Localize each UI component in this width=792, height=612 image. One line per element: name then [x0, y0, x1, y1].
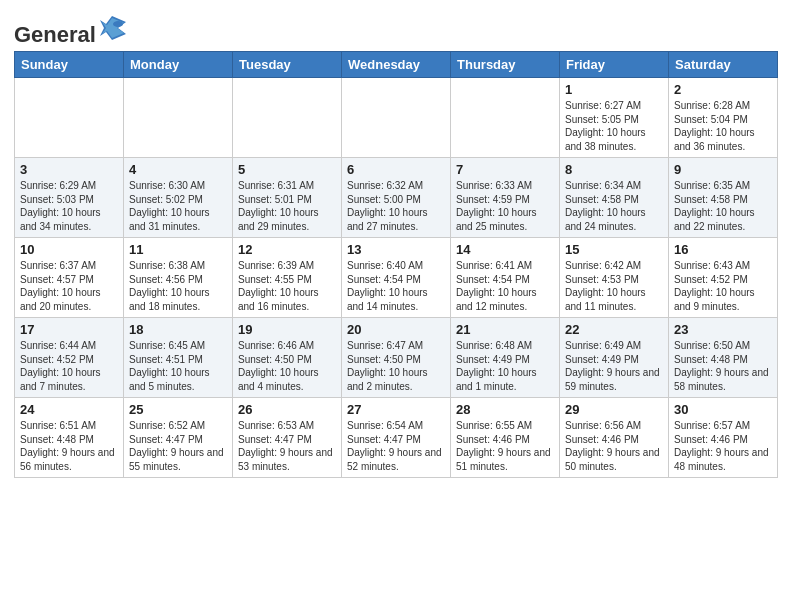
calendar-table: SundayMondayTuesdayWednesdayThursdayFrid… [14, 51, 778, 478]
calendar-empty-cell [233, 78, 342, 158]
day-info: Sunrise: 6:49 AM Sunset: 4:49 PM Dayligh… [565, 339, 663, 393]
calendar-day-cell: 28Sunrise: 6:55 AM Sunset: 4:46 PM Dayli… [451, 398, 560, 478]
day-info: Sunrise: 6:40 AM Sunset: 4:54 PM Dayligh… [347, 259, 445, 313]
day-info: Sunrise: 6:30 AM Sunset: 5:02 PM Dayligh… [129, 179, 227, 233]
day-number: 7 [456, 162, 554, 177]
day-number: 4 [129, 162, 227, 177]
calendar-day-cell: 3Sunrise: 6:29 AM Sunset: 5:03 PM Daylig… [15, 158, 124, 238]
day-info: Sunrise: 6:53 AM Sunset: 4:47 PM Dayligh… [238, 419, 336, 473]
weekday-header-wednesday: Wednesday [342, 52, 451, 78]
calendar-day-cell: 26Sunrise: 6:53 AM Sunset: 4:47 PM Dayli… [233, 398, 342, 478]
calendar-day-cell: 7Sunrise: 6:33 AM Sunset: 4:59 PM Daylig… [451, 158, 560, 238]
calendar-day-cell: 27Sunrise: 6:54 AM Sunset: 4:47 PM Dayli… [342, 398, 451, 478]
day-number: 1 [565, 82, 663, 97]
calendar-day-cell: 10Sunrise: 6:37 AM Sunset: 4:57 PM Dayli… [15, 238, 124, 318]
weekday-header-thursday: Thursday [451, 52, 560, 78]
day-info: Sunrise: 6:41 AM Sunset: 4:54 PM Dayligh… [456, 259, 554, 313]
calendar-day-cell: 17Sunrise: 6:44 AM Sunset: 4:52 PM Dayli… [15, 318, 124, 398]
day-info: Sunrise: 6:51 AM Sunset: 4:48 PM Dayligh… [20, 419, 118, 473]
calendar-day-cell: 4Sunrise: 6:30 AM Sunset: 5:02 PM Daylig… [124, 158, 233, 238]
day-number: 27 [347, 402, 445, 417]
calendar-day-cell: 22Sunrise: 6:49 AM Sunset: 4:49 PM Dayli… [560, 318, 669, 398]
weekday-header-row: SundayMondayTuesdayWednesdayThursdayFrid… [15, 52, 778, 78]
day-info: Sunrise: 6:48 AM Sunset: 4:49 PM Dayligh… [456, 339, 554, 393]
day-info: Sunrise: 6:29 AM Sunset: 5:03 PM Dayligh… [20, 179, 118, 233]
calendar-week-row: 17Sunrise: 6:44 AM Sunset: 4:52 PM Dayli… [15, 318, 778, 398]
day-number: 30 [674, 402, 772, 417]
day-info: Sunrise: 6:54 AM Sunset: 4:47 PM Dayligh… [347, 419, 445, 473]
weekday-header-friday: Friday [560, 52, 669, 78]
day-number: 3 [20, 162, 118, 177]
day-info: Sunrise: 6:56 AM Sunset: 4:46 PM Dayligh… [565, 419, 663, 473]
calendar-day-cell: 21Sunrise: 6:48 AM Sunset: 4:49 PM Dayli… [451, 318, 560, 398]
day-number: 12 [238, 242, 336, 257]
day-info: Sunrise: 6:44 AM Sunset: 4:52 PM Dayligh… [20, 339, 118, 393]
calendar-day-cell: 12Sunrise: 6:39 AM Sunset: 4:55 PM Dayli… [233, 238, 342, 318]
day-info: Sunrise: 6:46 AM Sunset: 4:50 PM Dayligh… [238, 339, 336, 393]
day-number: 29 [565, 402, 663, 417]
logo: General [14, 14, 126, 43]
day-number: 13 [347, 242, 445, 257]
calendar-day-cell: 24Sunrise: 6:51 AM Sunset: 4:48 PM Dayli… [15, 398, 124, 478]
logo-text-block: General [14, 14, 126, 43]
day-number: 9 [674, 162, 772, 177]
day-number: 5 [238, 162, 336, 177]
calendar-day-cell: 23Sunrise: 6:50 AM Sunset: 4:48 PM Dayli… [669, 318, 778, 398]
day-number: 8 [565, 162, 663, 177]
day-info: Sunrise: 6:52 AM Sunset: 4:47 PM Dayligh… [129, 419, 227, 473]
calendar-empty-cell [124, 78, 233, 158]
day-number: 18 [129, 322, 227, 337]
calendar-week-row: 3Sunrise: 6:29 AM Sunset: 5:03 PM Daylig… [15, 158, 778, 238]
day-number: 10 [20, 242, 118, 257]
day-info: Sunrise: 6:57 AM Sunset: 4:46 PM Dayligh… [674, 419, 772, 473]
day-info: Sunrise: 6:38 AM Sunset: 4:56 PM Dayligh… [129, 259, 227, 313]
day-number: 17 [20, 322, 118, 337]
calendar-day-cell: 11Sunrise: 6:38 AM Sunset: 4:56 PM Dayli… [124, 238, 233, 318]
calendar-day-cell: 25Sunrise: 6:52 AM Sunset: 4:47 PM Dayli… [124, 398, 233, 478]
day-number: 16 [674, 242, 772, 257]
day-number: 26 [238, 402, 336, 417]
calendar-day-cell: 15Sunrise: 6:42 AM Sunset: 4:53 PM Dayli… [560, 238, 669, 318]
calendar-empty-cell [15, 78, 124, 158]
calendar-day-cell: 19Sunrise: 6:46 AM Sunset: 4:50 PM Dayli… [233, 318, 342, 398]
calendar-week-row: 24Sunrise: 6:51 AM Sunset: 4:48 PM Dayli… [15, 398, 778, 478]
svg-point-2 [113, 21, 123, 27]
day-number: 21 [456, 322, 554, 337]
calendar-empty-cell [451, 78, 560, 158]
logo-bird-icon [98, 14, 126, 42]
day-info: Sunrise: 6:47 AM Sunset: 4:50 PM Dayligh… [347, 339, 445, 393]
calendar-day-cell: 29Sunrise: 6:56 AM Sunset: 4:46 PM Dayli… [560, 398, 669, 478]
day-number: 25 [129, 402, 227, 417]
day-number: 2 [674, 82, 772, 97]
day-info: Sunrise: 6:28 AM Sunset: 5:04 PM Dayligh… [674, 99, 772, 153]
calendar-day-cell: 16Sunrise: 6:43 AM Sunset: 4:52 PM Dayli… [669, 238, 778, 318]
calendar-day-cell: 13Sunrise: 6:40 AM Sunset: 4:54 PM Dayli… [342, 238, 451, 318]
day-number: 11 [129, 242, 227, 257]
logo-general: General [14, 22, 96, 47]
day-info: Sunrise: 6:35 AM Sunset: 4:58 PM Dayligh… [674, 179, 772, 233]
calendar-week-row: 10Sunrise: 6:37 AM Sunset: 4:57 PM Dayli… [15, 238, 778, 318]
calendar-day-cell: 6Sunrise: 6:32 AM Sunset: 5:00 PM Daylig… [342, 158, 451, 238]
day-info: Sunrise: 6:43 AM Sunset: 4:52 PM Dayligh… [674, 259, 772, 313]
day-number: 6 [347, 162, 445, 177]
day-number: 20 [347, 322, 445, 337]
calendar-day-cell: 5Sunrise: 6:31 AM Sunset: 5:01 PM Daylig… [233, 158, 342, 238]
calendar-day-cell: 2Sunrise: 6:28 AM Sunset: 5:04 PM Daylig… [669, 78, 778, 158]
day-info: Sunrise: 6:45 AM Sunset: 4:51 PM Dayligh… [129, 339, 227, 393]
day-number: 28 [456, 402, 554, 417]
day-info: Sunrise: 6:31 AM Sunset: 5:01 PM Dayligh… [238, 179, 336, 233]
day-info: Sunrise: 6:34 AM Sunset: 4:58 PM Dayligh… [565, 179, 663, 233]
weekday-header-sunday: Sunday [15, 52, 124, 78]
calendar-day-cell: 30Sunrise: 6:57 AM Sunset: 4:46 PM Dayli… [669, 398, 778, 478]
day-info: Sunrise: 6:42 AM Sunset: 4:53 PM Dayligh… [565, 259, 663, 313]
calendar-day-cell: 18Sunrise: 6:45 AM Sunset: 4:51 PM Dayli… [124, 318, 233, 398]
page: General SundayMondayTuesdayWednesdayThur… [0, 0, 792, 612]
day-number: 19 [238, 322, 336, 337]
day-info: Sunrise: 6:32 AM Sunset: 5:00 PM Dayligh… [347, 179, 445, 233]
calendar-week-row: 1Sunrise: 6:27 AM Sunset: 5:05 PM Daylig… [15, 78, 778, 158]
day-info: Sunrise: 6:37 AM Sunset: 4:57 PM Dayligh… [20, 259, 118, 313]
calendar-day-cell: 9Sunrise: 6:35 AM Sunset: 4:58 PM Daylig… [669, 158, 778, 238]
day-number: 15 [565, 242, 663, 257]
day-number: 24 [20, 402, 118, 417]
day-number: 14 [456, 242, 554, 257]
